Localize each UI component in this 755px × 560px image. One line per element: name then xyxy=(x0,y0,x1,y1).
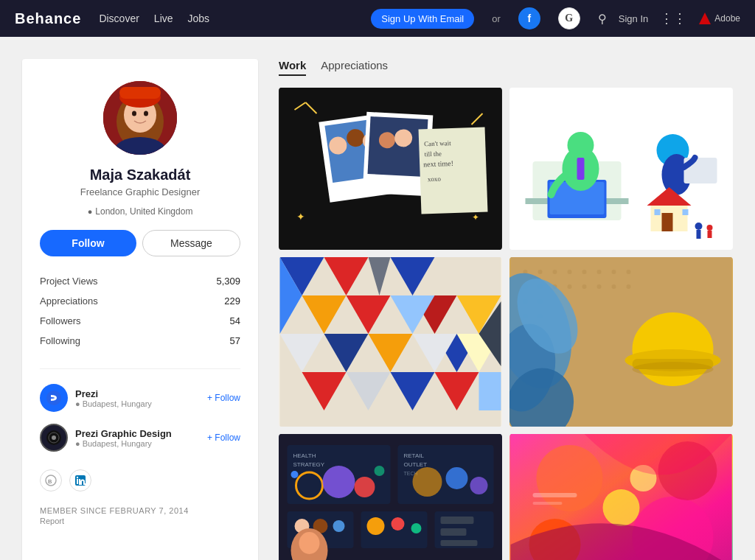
polaroid-art: Can't wait till the next time! xoxo ✦ ✦ xyxy=(279,88,502,250)
divider xyxy=(40,368,240,369)
linkedin-social-icon[interactable] xyxy=(69,469,91,491)
gallery-item-craft[interactable] xyxy=(509,257,733,427)
tab-work[interactable]: Work xyxy=(279,59,306,76)
nav-jobs[interactable]: Jobs xyxy=(188,13,210,24)
stat-project-views: Project Views 5,309 xyxy=(40,271,240,291)
prezi-graphic-logo xyxy=(40,424,68,452)
prezi-location: ● Budapest, Hungary xyxy=(75,399,200,408)
gallery-item-colorful[interactable] xyxy=(509,434,733,560)
prezi-icon xyxy=(45,389,63,407)
svg-point-94 xyxy=(582,284,587,289)
stats-table: Project Views 5,309 Appreciations 229 Fo… xyxy=(40,271,240,351)
google-login-button[interactable]: G xyxy=(558,7,580,29)
colorful-image xyxy=(509,434,733,560)
svg-text:✦: ✦ xyxy=(296,211,305,223)
svg-point-54 xyxy=(695,223,703,230)
svg-point-131 xyxy=(333,520,345,532)
gallery: Can't wait till the next time! xoxo ✦ ✦ xyxy=(279,88,733,560)
svg-point-96 xyxy=(612,284,616,289)
svg-rect-149 xyxy=(533,493,577,497)
svg-text:B: B xyxy=(48,478,52,485)
or-label: or xyxy=(492,13,501,24)
svg-text:STRATEGY: STRATEGY xyxy=(293,461,325,468)
stat-label-appreciations: Appreciations xyxy=(40,295,98,307)
svg-point-117 xyxy=(291,471,299,478)
svg-rect-135 xyxy=(441,517,474,524)
svg-point-56 xyxy=(707,225,713,231)
svg-rect-16 xyxy=(77,479,78,484)
craft-image xyxy=(509,257,733,427)
svg-point-17 xyxy=(77,477,78,478)
svg-point-147 xyxy=(603,489,640,526)
user-title: Freelance Graphic Designer xyxy=(80,186,201,197)
triangles-image xyxy=(279,257,502,427)
gallery-item-illustration[interactable] xyxy=(509,88,733,250)
adobe-icon xyxy=(698,12,711,25)
svg-point-85 xyxy=(568,270,572,274)
ui-image: HEALTH STRATEGY RETAIL OUTLET TECH xyxy=(279,434,502,560)
svg-text:OUTLET: OUTLET xyxy=(404,461,428,468)
svg-rect-5 xyxy=(119,87,161,99)
member-since: MEMBER SINCE FEBRUARY 7, 2014 xyxy=(40,506,240,515)
svg-point-109 xyxy=(633,362,714,377)
report-link[interactable]: Report xyxy=(40,517,240,525)
tab-appreciations[interactable]: Appreciations xyxy=(321,59,388,76)
stat-following: Following 57 xyxy=(40,331,240,351)
svg-rect-45 xyxy=(577,158,585,180)
gallery-item-triangles[interactable] xyxy=(279,257,502,427)
signup-button[interactable]: Sign Up With Email xyxy=(371,9,474,29)
facebook-login-button[interactable]: f xyxy=(518,7,540,29)
svg-point-12 xyxy=(52,435,56,440)
apps-icon[interactable]: ⋮⋮ xyxy=(660,10,686,27)
svg-point-86 xyxy=(582,270,587,274)
behance-social-icon[interactable]: B xyxy=(40,469,62,491)
svg-point-116 xyxy=(355,477,375,497)
svg-point-143 xyxy=(537,445,603,511)
follow-prezi-graphic-button[interactable]: + Follow xyxy=(207,433,240,443)
location-text: London, United Kingdom xyxy=(95,206,192,217)
behance-icon: B xyxy=(45,475,57,486)
following-prezi: Prezi ● Budapest, Hungary + Follow xyxy=(40,378,240,418)
follow-button[interactable]: Follow xyxy=(40,230,136,256)
svg-point-44 xyxy=(568,132,594,158)
page-body: Maja Szakadát Freelance Graphic Designer… xyxy=(0,37,755,560)
stat-appreciations: Appreciations 229 xyxy=(40,291,240,311)
user-name: Maja Szakadát xyxy=(90,167,191,183)
search-icon[interactable]: ⚲ xyxy=(598,12,607,26)
nav-discover[interactable]: Discover xyxy=(99,13,139,24)
svg-point-88 xyxy=(612,270,616,274)
svg-text:xoxo: xoxo xyxy=(428,175,442,183)
tabs-row: Work Appreciations xyxy=(279,59,733,76)
avatar-image xyxy=(103,81,177,155)
stat-label-followers: Followers xyxy=(40,315,81,326)
svg-text:Can't wait: Can't wait xyxy=(424,139,451,147)
illustration-image xyxy=(509,88,733,250)
stat-value-appreciations: 229 xyxy=(224,295,240,307)
following-prezi-graphic: Prezi Graphic Design ● Budapest, Hungary… xyxy=(40,418,240,458)
social-icons-row: B xyxy=(40,469,240,491)
follow-prezi-button[interactable]: + Follow xyxy=(207,393,240,403)
brand-logo[interactable]: Behance xyxy=(15,10,81,27)
svg-text:HEALTH: HEALTH xyxy=(293,452,316,459)
prezi-name[interactable]: Prezi xyxy=(75,388,200,399)
svg-rect-55 xyxy=(697,230,701,239)
svg-text:next time!: next time! xyxy=(423,159,453,168)
message-button[interactable]: Message xyxy=(142,230,240,256)
svg-point-124 xyxy=(446,467,468,489)
svg-point-95 xyxy=(597,284,602,289)
svg-rect-53 xyxy=(683,209,689,215)
svg-point-84 xyxy=(553,270,557,274)
stat-label-project-views: Project Views xyxy=(40,276,98,287)
gallery-item-polaroid[interactable]: Can't wait till the next time! xoxo ✦ ✦ xyxy=(279,88,502,250)
signin-link[interactable]: Sign In xyxy=(619,13,648,24)
gallery-item-ui[interactable]: HEALTH STRATEGY RETAIL OUTLET TECH xyxy=(279,434,502,560)
prezi-graphic-location: ● Budapest, Hungary xyxy=(75,439,200,448)
svg-point-9 xyxy=(46,391,61,405)
avatar-svg xyxy=(103,81,177,155)
svg-point-125 xyxy=(470,477,488,494)
svg-point-89 xyxy=(627,270,631,274)
pin-icon-2: ● xyxy=(75,439,80,448)
nav-live[interactable]: Live xyxy=(154,13,173,24)
prezi-graphic-name[interactable]: Prezi Graphic Design xyxy=(75,428,200,439)
colorful-art xyxy=(509,434,733,560)
